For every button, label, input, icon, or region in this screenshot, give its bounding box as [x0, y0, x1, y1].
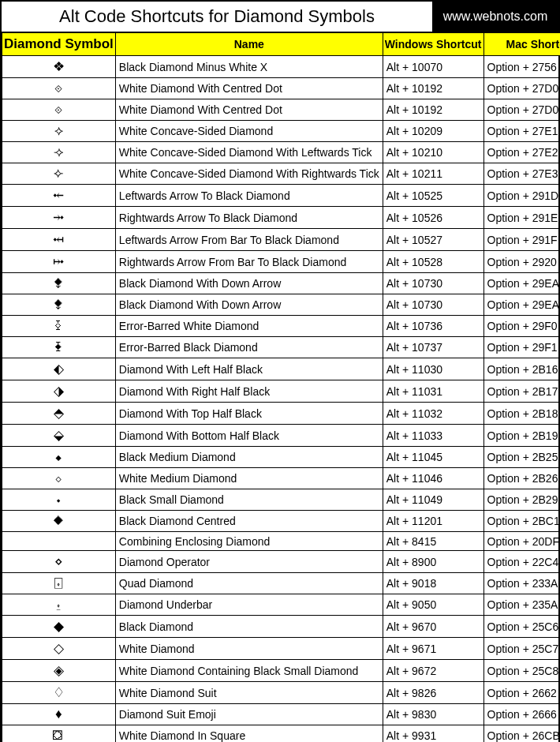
cell-name: White Diamond In Square	[115, 725, 383, 743]
cell-windows-shortcut: Alt + 10192	[383, 78, 483, 99]
cell-name: Black Small Diamond	[115, 489, 383, 511]
cell-name: White Medium Diamond	[115, 468, 383, 489]
cell-mac-shortcut: Option + 27D0	[483, 99, 560, 121]
cell-windows-shortcut: Alt + 9050	[383, 594, 483, 616]
col-header-symbol: Diamond Symbol	[2, 33, 116, 56]
cell-name: White Diamond Suit	[115, 682, 383, 704]
cell-mac-shortcut: Option + 25C6	[483, 616, 560, 638]
cell-name: Diamond Underbar	[115, 594, 383, 616]
col-header-name: Name	[115, 33, 383, 56]
cell-windows-shortcut: Alt + 10736	[383, 316, 483, 337]
cell-symbol: ⋄	[2, 551, 116, 573]
cell-symbol: ⬦	[2, 468, 116, 489]
cell-name: White Concave-Sided Diamond With Leftwar…	[115, 142, 383, 163]
cell-name: Error-Barred White Diamond	[115, 316, 383, 337]
cell-name: Black Diamond With Down Arrow	[115, 294, 383, 316]
table-row: ◆Black DiamondAlt + 9670Option + 25C6	[2, 616, 561, 638]
cell-windows-shortcut: Alt + 11046	[383, 468, 483, 489]
cell-symbol: ⬙	[2, 425, 116, 447]
cell-symbol: ⬥	[2, 447, 116, 468]
table-row: ⧪Black Diamond With Down ArrowAlt + 1073…	[2, 273, 561, 294]
cell-name: White Diamond	[115, 638, 383, 660]
cell-symbol: ⧪	[2, 294, 116, 316]
title-bar: Alt Code Shortcuts for Diamond Symbols w…	[2, 2, 558, 32]
cell-name: Quad Diamond	[115, 573, 383, 594]
cell-windows-shortcut: Alt + 11049	[383, 489, 483, 511]
cell-mac-shortcut: Option + 26CB	[483, 725, 560, 743]
cell-symbol: ⬖	[2, 358, 116, 380]
cell-windows-shortcut: Alt + 8900	[383, 551, 483, 573]
cell-name: Diamond Suit Emoji	[115, 704, 383, 725]
cell-mac-shortcut: Option + 291D	[483, 185, 560, 207]
cell-windows-shortcut: Alt + 10070	[383, 56, 483, 78]
cell-windows-shortcut: Alt + 9830	[383, 704, 483, 725]
table-row: ⬩Black Small DiamondAlt + 11049Option + …	[2, 489, 561, 511]
table-row: ⬗Diamond With Right Half BlackAlt + 1103…	[2, 380, 561, 403]
cell-symbol: ⤟	[2, 229, 116, 251]
table-row: ⬦White Medium DiamondAlt + 11046Option +…	[2, 468, 561, 489]
cell-name: Black Diamond Centred	[115, 511, 383, 532]
cell-name: Rightwards Arrow From Bar To Black Diamo…	[115, 251, 383, 273]
table-row: ♢White Diamond SuitAlt + 9826Option + 26…	[2, 682, 561, 704]
cell-symbol: ♢	[2, 682, 116, 704]
cell-windows-shortcut: Alt + 9671	[383, 638, 483, 660]
cell-mac-shortcut: Option + 291F	[483, 229, 560, 251]
cell-mac-shortcut: Option + 27E3	[483, 163, 560, 185]
cell-name: Combining Enclosing Diamond	[115, 532, 383, 551]
cell-mac-shortcut: Option + 2B25	[483, 447, 560, 468]
cell-symbol: ⬩	[2, 489, 116, 511]
cell-name: Leftwards Arrow From Bar To Black Diamon…	[115, 229, 383, 251]
table-row: ◇White DiamondAlt + 9671Option + 25C7	[2, 638, 561, 660]
cell-name: Error-Barred Black Diamond	[115, 337, 383, 358]
table-row: ⬥Black Medium DiamondAlt + 11045Option +…	[2, 447, 561, 468]
cell-mac-shortcut: Option + 29F0	[483, 316, 560, 337]
cell-name: Black Diamond Minus White X	[115, 56, 383, 78]
table-row: ⟣White Concave-Sided Diamond With Rightw…	[2, 163, 561, 185]
cell-windows-shortcut: Alt + 10528	[383, 251, 483, 273]
cell-mac-shortcut: Option + 29EA	[483, 273, 560, 294]
table-row: ◈White Diamond Containing Black Small Di…	[2, 660, 561, 682]
cell-name: White Diamond With Centred Dot	[115, 78, 383, 99]
cell-mac-shortcut: Option + 2756	[483, 56, 560, 78]
table-row: ⬖Diamond With Left Half BlackAlt + 11030…	[2, 358, 561, 380]
cell-mac-shortcut: Option + 2666	[483, 704, 560, 725]
cell-symbol: ⤞	[2, 207, 116, 229]
cell-name: White Diamond Containing Black Small Dia…	[115, 660, 383, 682]
cell-windows-shortcut: Alt + 10525	[383, 185, 483, 207]
cell-mac-shortcut: Option + 2B29	[483, 489, 560, 511]
cell-windows-shortcut: Alt + 9670	[383, 616, 483, 638]
table-row: ⬙Diamond With Bottom Half BlackAlt + 110…	[2, 425, 561, 447]
cell-name: White Diamond With Centred Dot	[115, 99, 383, 121]
cell-windows-shortcut: Alt + 10527	[383, 229, 483, 251]
cell-windows-shortcut: Alt + 11033	[383, 425, 483, 447]
cell-name: Diamond With Top Half Black	[115, 403, 383, 425]
cell-mac-shortcut: Option + 291E	[483, 207, 560, 229]
cell-symbol: ♦	[2, 704, 116, 725]
cell-mac-shortcut: Option + 29EA	[483, 294, 560, 316]
cell-windows-shortcut: Alt + 10210	[383, 142, 483, 163]
cell-symbol	[2, 532, 116, 551]
cell-windows-shortcut: Alt + 10730	[383, 273, 483, 294]
cell-mac-shortcut: Option + 25C8	[483, 660, 560, 682]
cell-name: White Concave-Sided Diamond	[115, 121, 383, 142]
cell-windows-shortcut: Alt + 11032	[383, 403, 483, 425]
cell-windows-shortcut: Alt + 10737	[383, 337, 483, 358]
table-row: ⯁Black Diamond CentredAlt + 11201Option …	[2, 511, 561, 532]
cell-mac-shortcut: Option + 22C4	[483, 551, 560, 573]
table-row: ⧰Error-Barred White DiamondAlt + 10736Op…	[2, 316, 561, 337]
cell-symbol: ◇	[2, 638, 116, 660]
cell-symbol: ❖	[2, 56, 116, 78]
cell-mac-shortcut: Option + 2662	[483, 682, 560, 704]
page-title: Alt Code Shortcuts for Diamond Symbols	[2, 2, 432, 32]
cell-symbol: ⤠	[2, 251, 116, 273]
table-row: ⟐White Diamond With Centred DotAlt + 101…	[2, 78, 561, 99]
cell-symbol: ⍚	[2, 594, 116, 616]
cell-symbol: ⟐	[2, 99, 116, 121]
sheet: Alt Code Shortcuts for Diamond Symbols w…	[0, 0, 560, 742]
cell-windows-shortcut: Alt + 8415	[383, 532, 483, 551]
cell-name: Diamond With Left Half Black	[115, 358, 383, 380]
cell-name: Rightwards Arrow To Black Diamond	[115, 207, 383, 229]
cell-name: Black Diamond With Down Arrow	[115, 273, 383, 294]
cell-symbol: ⬗	[2, 380, 116, 403]
cell-windows-shortcut: Alt + 11201	[383, 511, 483, 532]
